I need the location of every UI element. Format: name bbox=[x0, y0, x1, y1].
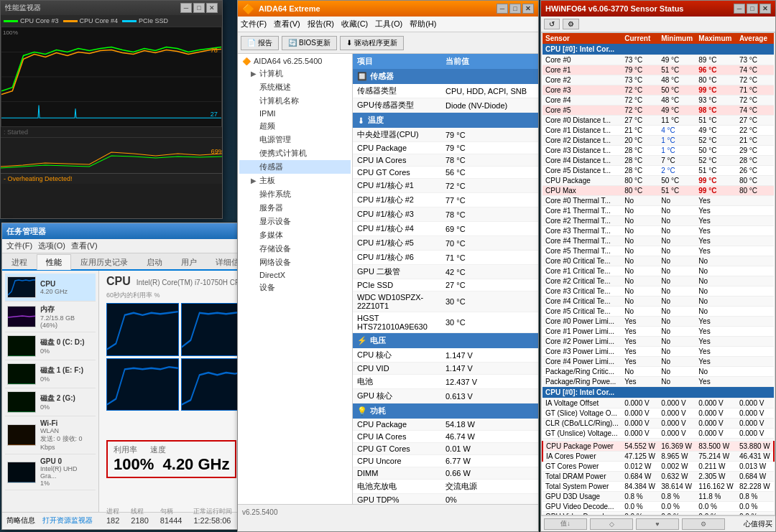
tree-multimedia[interactable]: 多媒体 bbox=[239, 228, 351, 242]
temp-core6-row: CPU #1/核心 #6 71 °C bbox=[353, 251, 538, 265]
report-button[interactable]: 📄 报告 bbox=[241, 36, 279, 50]
close-button[interactable]: ✕ bbox=[206, 3, 218, 13]
bios-update-button[interactable]: 🔄 BIOS更新 bbox=[282, 36, 337, 50]
tree-overclock[interactable]: 超频 bbox=[239, 119, 351, 133]
tree-directx[interactable]: DirectX bbox=[239, 269, 351, 281]
tree-computer[interactable]: ▶ 计算机 bbox=[239, 67, 351, 80]
section-power: 💡 功耗 bbox=[353, 403, 538, 419]
menu-fav-aida[interactable]: 收藏(C) bbox=[341, 19, 368, 29]
mem-detail: 7.2/15.8 GB (46%) bbox=[40, 314, 93, 329]
sidebar-disk1[interactable]: 磁盘 1 (E: F:) 0% bbox=[5, 360, 96, 388]
tree-compname[interactable]: 计算机名称 bbox=[239, 94, 351, 108]
disk0-name: 磁盘 0 (C: D:) bbox=[40, 337, 93, 347]
tree-ipmi[interactable]: IPMI bbox=[239, 108, 351, 119]
aida-main: 🔶 AIDA64 v6.25.5400 ▶ 计算机 系统概述 计算机名称 IPM… bbox=[238, 54, 538, 504]
sidebar-memory[interactable]: 内存 7.2/15.8 GB (46%) bbox=[5, 302, 96, 332]
tree-storage[interactable]: 存储设备 bbox=[239, 242, 351, 256]
sidebar-disk2[interactable]: 磁盘 2 (G:) 0% bbox=[5, 388, 96, 416]
tree-power[interactable]: 电源管理 bbox=[239, 133, 351, 146]
menu-report-aida[interactable]: 报告(R) bbox=[308, 19, 334, 29]
menu-file-aida[interactable]: 文件(F) bbox=[241, 19, 267, 29]
maximize-button[interactable]: □ bbox=[193, 3, 205, 13]
tab-process[interactable]: 进程 bbox=[2, 254, 37, 270]
sidebar-wifi[interactable]: Wi-Fi WLAN 发送: 0 接收: 0 Kbps bbox=[5, 416, 96, 454]
hwinfo-window: HWiNFO64 v6.06-3770 Sensor Status ─ □ ✕ … bbox=[540, 0, 776, 532]
hwinfo-table-container[interactable]: Sensor Current Minimum Maximum Average C… bbox=[541, 32, 775, 515]
temp-core2-row: CPU #1/核心 #2 77 °C bbox=[353, 193, 538, 207]
hwinfo-close[interactable]: ✕ bbox=[759, 4, 771, 14]
status-icon-heartbeat[interactable]: ♥ bbox=[636, 518, 679, 530]
tree-multimedia-label: 多媒体 bbox=[259, 230, 283, 241]
tab-performance[interactable]: 性能 bbox=[37, 254, 71, 270]
performance-monitor-window: 性能监视器 ─ □ ✕ CPU Core #3 CPU Core #4 PCIe… bbox=[0, 0, 223, 219]
tree-sysoverview[interactable]: 系统概述 bbox=[239, 80, 351, 94]
gpu0-mini-graph bbox=[7, 462, 36, 483]
sidebar-gpu0[interactable]: GPU 0 Intel(R) UHD Gra... 1% bbox=[5, 454, 96, 490]
temp-hdd2-row: HGST HTS721010A9E630 30 °C bbox=[353, 312, 538, 333]
temp-core3-val: 78 °C bbox=[445, 210, 534, 219]
hwinfo-settings-btn[interactable]: ⚙ bbox=[563, 19, 579, 29]
tree-display[interactable]: 显示设备 bbox=[239, 215, 351, 228]
tab-users[interactable]: 用户 bbox=[172, 254, 206, 270]
status-icon-value[interactable]: 值↓ bbox=[544, 518, 587, 530]
temp-gpu-val: 42 °C bbox=[445, 268, 534, 276]
menu-tools-aida[interactable]: 工具(O) bbox=[375, 19, 402, 29]
tree-root[interactable]: 🔶 AIDA64 v6.25.5400 bbox=[239, 55, 351, 67]
temp-gpu-label: GPU 二极管 bbox=[357, 266, 445, 277]
started-label: : Started bbox=[4, 129, 28, 136]
wifi-mini-graph bbox=[7, 424, 36, 446]
menu-view-aida[interactable]: 查看(V) bbox=[274, 19, 300, 29]
sidebar-cpu[interactable]: CPU 4.20 GHz bbox=[5, 274, 96, 302]
tab-startup[interactable]: 启动 bbox=[137, 254, 172, 270]
menu-file[interactable]: 文件(F) bbox=[6, 241, 32, 251]
status-icon-diamond[interactable]: ◇ bbox=[590, 518, 633, 530]
taskmgr-title: 任务管理器 bbox=[6, 226, 46, 237]
tree-sensors[interactable]: 传感器 bbox=[239, 160, 351, 174]
menu-view[interactable]: 查看(V) bbox=[71, 241, 98, 251]
hwinfo-refresh-btn[interactable]: ↺ bbox=[544, 19, 560, 29]
svg-rect-14 bbox=[107, 304, 178, 355]
sidebar-disk0[interactable]: 磁盘 0 (C: D:) 0% bbox=[5, 332, 96, 360]
aida64-titlebar[interactable]: 🔶 AIDA64 Extreme ─ □ ✕ bbox=[238, 1, 538, 17]
hwinfo-minimize[interactable]: ─ bbox=[734, 4, 745, 14]
power-gt-label: CPU GT Cores bbox=[357, 444, 445, 453]
aida-maximize[interactable]: □ bbox=[509, 4, 521, 14]
aida-minimize[interactable]: ─ bbox=[496, 4, 508, 14]
tree-os[interactable]: 操作系统 bbox=[239, 187, 351, 201]
tree-compname-label: 计算机名称 bbox=[259, 95, 299, 106]
aida-close[interactable]: ✕ bbox=[522, 4, 534, 14]
cpu-speed: 4.20 GHz bbox=[163, 455, 230, 473]
svg-text:69%: 69% bbox=[211, 148, 222, 155]
temp-hdd1-label: WDC WD10SPZX-22Z10T1 bbox=[357, 293, 445, 310]
col-avg: Average bbox=[736, 33, 774, 44]
sensor-type-val: CPU, HDD, ACPI, SNB bbox=[445, 87, 534, 95]
hwinfo-maximize[interactable]: □ bbox=[747, 4, 758, 14]
sensors-label: 传感器 bbox=[370, 71, 394, 82]
bios-label: BIOS更新 bbox=[299, 38, 331, 48]
status-icon-settings[interactable]: ⚙ bbox=[682, 518, 725, 530]
menu-options[interactable]: 选项(O) bbox=[38, 241, 65, 251]
volt-core-val: 1.147 V bbox=[445, 351, 534, 360]
section-voltage: ⚡ 电压 bbox=[353, 333, 538, 348]
minimize-button[interactable]: ─ bbox=[180, 3, 192, 13]
tree-motherboard[interactable]: ▶ 主板 bbox=[239, 174, 351, 187]
menu-help-aida[interactable]: 帮助(H) bbox=[410, 19, 436, 29]
tree-server[interactable]: 服务器 bbox=[239, 201, 351, 215]
volt-batt-row: 电池 12.437 V bbox=[353, 375, 538, 389]
tree-portable[interactable]: 便携式计算机 bbox=[239, 146, 351, 160]
cpu-sidebar-info: CPU 4.20 GHz bbox=[40, 280, 93, 295]
driver-update-button[interactable]: ⬇ 驱动程序更新 bbox=[340, 36, 404, 50]
temp-core1-label: CPU #1/核心 #1 bbox=[357, 180, 445, 191]
legend-cpu4-color bbox=[63, 20, 78, 22]
open-resmon-link[interactable]: 打开资源监视器 bbox=[42, 515, 93, 526]
hwinfo-titlebar[interactable]: HWiNFO64 v6.06-3770 Sensor Status ─ □ ✕ bbox=[541, 1, 775, 17]
hwinfo-statusbar: 值↓ ◇ ♥ ⚙ 心值得买 bbox=[541, 515, 775, 531]
tree-network[interactable]: 网络设备 bbox=[239, 256, 351, 269]
tab-apphistory[interactable]: 应用历史记录 bbox=[71, 254, 137, 270]
power-gpu-row: GPU TDP% 0% bbox=[353, 494, 538, 504]
hwinfo-section-header: CPU [#0]: Intel Cor... bbox=[542, 44, 774, 55]
volt-gpu-row: GPU 核心 0.613 V bbox=[353, 389, 538, 403]
performance-monitor-titlebar[interactable]: 性能监视器 ─ □ ✕ bbox=[1, 1, 222, 15]
hwinfo-title: HWiNFO64 v6.06-3770 Sensor Status bbox=[545, 4, 683, 13]
tree-devices[interactable]: 设备 bbox=[239, 281, 351, 294]
